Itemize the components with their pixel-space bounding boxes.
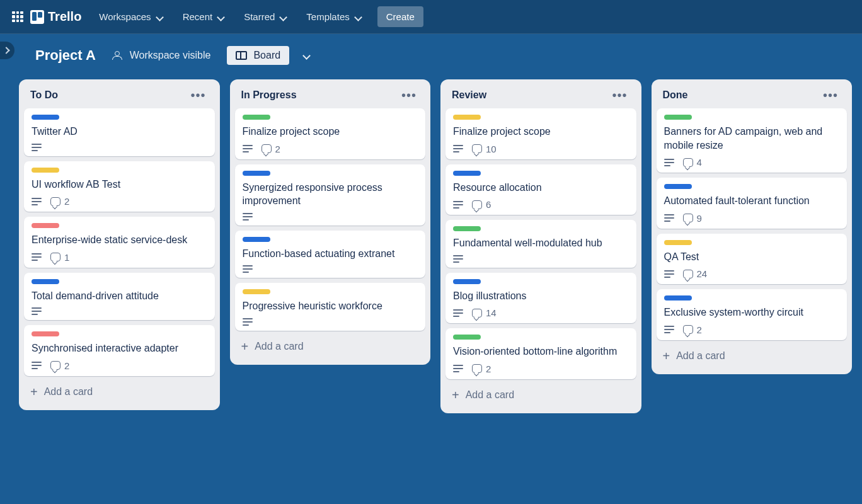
card-label[interactable] [243,237,270,242]
description-icon [664,326,674,333]
card-title: Vision-oriented bottom-line algorithm [453,345,629,358]
board-title[interactable]: Project A [35,47,96,64]
comments-count: 1 [64,252,69,263]
card-label[interactable] [453,226,481,231]
comments-badge: 9 [683,213,702,224]
card-title: Enterprise-wide static service-desk [32,233,207,247]
card[interactable]: Exclusive system-worthy circuit2 [657,289,848,340]
card[interactable]: Automated fault-tolerant function9 [657,178,848,229]
nav-label: Recent [183,11,213,22]
card-title: Banners for AD campaign, web and mobile … [664,125,840,152]
apps-switcher-icon[interactable] [8,7,28,27]
card-title: Function-based actuating extranet [243,247,418,261]
card-title: Resource allocation [453,181,629,195]
add-card-button[interactable]: +Add a card [235,336,426,357]
card[interactable]: Resource allocation6 [445,164,636,215]
card[interactable]: QA Test24 [657,234,848,285]
comments-badge: 2 [261,144,280,154]
card-label[interactable] [32,168,59,173]
card[interactable]: Blog illustrations14 [445,273,636,324]
card-footer: 9 [664,213,840,224]
card-title: UI workflow AB Test [32,178,207,192]
card-label[interactable] [243,115,270,120]
card[interactable]: UI workflow AB Test2 [24,161,215,212]
visibility-button[interactable]: Workspace visible [105,45,219,66]
description-icon [664,159,674,166]
list: Review•••Finalize project scope10Resourc… [440,79,641,413]
comment-icon [50,361,60,370]
view-switcher[interactable] [298,47,316,64]
description-icon [243,213,253,220]
list-title[interactable]: In Progress [241,89,297,101]
comments-count: 10 [486,144,497,154]
comment-icon [683,325,693,334]
card-label[interactable] [453,115,481,120]
card-footer [243,318,418,326]
card[interactable]: Synergized responsive process improvemen… [235,164,426,226]
nav-recent[interactable]: Recent [175,6,233,27]
card-label[interactable] [453,335,481,340]
description-icon [664,214,674,222]
app-logo[interactable]: Trello [30,9,81,24]
create-button[interactable]: Create [377,6,423,27]
card[interactable]: Twitter AD [24,108,215,156]
card-label[interactable] [664,115,692,120]
card-label[interactable] [664,184,692,189]
card[interactable]: Banners for AD campaign, web and mobile … [657,108,848,173]
description-icon [32,144,42,151]
list-menu-icon[interactable]: ••• [399,89,419,101]
list-title[interactable]: Done [663,89,688,101]
chevron-down-icon [217,13,225,21]
board-view-button[interactable]: Board [227,46,289,65]
description-icon [453,365,463,372]
card[interactable]: Finalize project scope10 [445,108,636,159]
card[interactable]: Total demand-driven attitude [24,273,215,321]
card-label[interactable] [664,295,692,301]
add-card-button[interactable]: +Add a card [445,384,636,406]
card-label[interactable] [453,171,481,176]
card[interactable]: Finalize project scope2 [235,108,426,159]
description-icon [453,255,463,263]
list-menu-icon[interactable]: ••• [609,89,629,101]
chevron-down-icon [355,13,362,21]
card-label[interactable] [32,279,59,284]
card-footer [32,307,207,315]
comments-count: 2 [486,364,491,374]
description-icon [32,307,42,315]
board-icon [236,51,247,60]
comments-count: 2 [275,144,280,154]
card-label[interactable] [243,171,270,176]
card-label[interactable] [453,279,481,284]
card-title: Finalize project scope [243,125,418,139]
app-name: Trello [48,9,81,24]
card-label[interactable] [664,240,692,245]
card[interactable]: Function-based actuating extranet [235,231,426,278]
card[interactable]: Enterprise-wide static service-desk1 [24,217,215,268]
add-card-button[interactable]: +Add a card [657,345,848,367]
card-label[interactable] [243,289,270,294]
chevron-down-icon [280,13,287,21]
card-label[interactable] [32,115,59,120]
comments-count: 2 [64,196,69,207]
comments-badge: 2 [50,360,69,371]
nav-templates[interactable]: Templates [299,6,369,27]
list-menu-icon[interactable]: ••• [820,89,841,101]
card[interactable]: Synchronised interactive adapter2 [24,325,215,376]
add-card-button[interactable]: +Add a card [24,381,215,403]
list-menu-icon[interactable]: ••• [188,89,208,101]
comments-badge: 14 [472,307,497,318]
card[interactable]: Progressive heuristic workforce [235,283,426,331]
card[interactable]: Fundamental well-modulated hub [445,220,636,268]
add-card-label: Add a card [44,386,93,398]
list-title[interactable]: Review [452,89,486,101]
card-label[interactable] [32,331,59,336]
card[interactable]: Vision-oriented bottom-line algorithm2 [445,328,636,379]
add-card-label: Add a card [255,341,303,352]
plus-icon: + [241,342,249,351]
nav-starred[interactable]: Starred [236,6,295,27]
nav-workspaces[interactable]: Workspaces [91,6,171,27]
card-label[interactable] [32,223,59,228]
card-title: Twitter AD [32,125,207,139]
list-title[interactable]: To Do [30,89,58,101]
comment-icon [683,214,693,222]
